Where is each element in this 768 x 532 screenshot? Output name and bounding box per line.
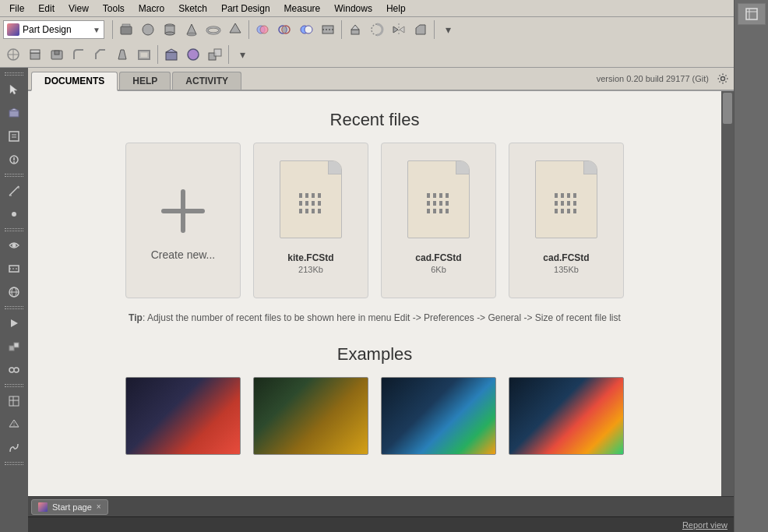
- recent-files-title: Recent files: [28, 110, 721, 130]
- tb2-clone-btn[interactable]: [205, 44, 225, 65]
- tb2-body-btn[interactable]: [183, 44, 203, 65]
- tb2-thickness-btn[interactable]: [134, 44, 154, 65]
- tb-torus-btn[interactable]: [203, 19, 224, 40]
- tab-help[interactable]: HELP: [119, 72, 171, 90]
- sidebar-spreadsheet-btn[interactable]: [3, 390, 25, 412]
- svg-marker-10: [230, 23, 241, 33]
- recent-file-2[interactable]: cad.FCStd 6Kb: [381, 143, 496, 298]
- report-view-link[interactable]: Report view: [682, 520, 727, 530]
- tab-documents[interactable]: DOCUMENTS: [31, 72, 118, 91]
- svg-point-5: [165, 32, 174, 35]
- tb2-draft-btn[interactable]: [112, 44, 132, 65]
- svg-point-53: [12, 244, 16, 248]
- create-new-card[interactable]: Create new...: [125, 143, 241, 298]
- svg-marker-59: [11, 319, 18, 327]
- workbench-dropdown-arrow: ▼: [93, 26, 100, 34]
- tb-cylinder-btn[interactable]: [160, 19, 180, 40]
- sidebar-drag-handle: [5, 72, 23, 76]
- tb-union-btn[interactable]: [252, 19, 273, 40]
- sidebar-assembly-btn[interactable]: [3, 336, 25, 358]
- menu-measure[interactable]: Measure: [278, 2, 327, 16]
- tb2-fillet-btn[interactable]: [69, 44, 89, 65]
- tip-content: : Adjust the number of recent files to b…: [143, 312, 621, 323]
- toolbar-separator-4: [434, 20, 435, 39]
- tb-subtract-btn[interactable]: [296, 19, 316, 40]
- workbench-selector[interactable]: Part Design ▼: [3, 20, 104, 39]
- sidebar-drag-handle-2: [5, 174, 23, 177]
- file-name-2: cad.FCStd: [415, 252, 461, 263]
- sidebar-texture-btn[interactable]: [3, 281, 25, 303]
- status-bar: Report view: [28, 516, 734, 532]
- tb-more-btn[interactable]: ▾: [438, 19, 458, 40]
- example-4[interactable]: [509, 377, 624, 455]
- create-new-label: Create new...: [151, 248, 216, 261]
- example-3[interactable]: [381, 377, 496, 455]
- tip-text: Tip: Adjust the number of recent files t…: [59, 311, 690, 326]
- tb-revolve-btn[interactable]: [367, 19, 387, 40]
- toolbox-btn-1[interactable]: [738, 3, 766, 25]
- example-1[interactable]: [125, 377, 241, 455]
- sidebar-drag-handle-5: [5, 384, 23, 387]
- svg-point-2: [143, 24, 153, 35]
- sidebar-pointer-btn[interactable]: [3, 79, 25, 100]
- start-page-tab[interactable]: Start page ×: [31, 499, 108, 515]
- menu-file[interactable]: File: [3, 2, 30, 16]
- tip-label: Tip: [129, 312, 143, 323]
- svg-point-7: [187, 33, 196, 36]
- tb2-more-btn[interactable]: ▾: [232, 44, 252, 65]
- recent-file-1[interactable]: kite.FCStd 213Kb: [253, 143, 368, 298]
- file-name-1: kite.FCStd: [287, 252, 333, 263]
- settings-gear-btn[interactable]: [715, 71, 731, 86]
- toolbar-area: Part Design ▼: [0, 17, 734, 68]
- sidebar-view-btn[interactable]: [3, 234, 25, 256]
- svg-rect-43: [9, 132, 19, 141]
- tab-activity[interactable]: ACTIVITY: [172, 72, 241, 90]
- tb-mirror-btn[interactable]: [389, 19, 409, 40]
- menu-windows[interactable]: Windows: [328, 2, 379, 16]
- sidebar-tasks-btn[interactable]: [3, 125, 25, 147]
- sidebar-properties-btn[interactable]: [3, 149, 25, 171]
- tb-chamfer-btn[interactable]: [410, 19, 431, 40]
- tb2-pocket-btn[interactable]: [47, 44, 67, 65]
- menu-help[interactable]: Help: [380, 2, 412, 16]
- right-scrollbar[interactable]: [721, 91, 734, 496]
- tb-intersect-btn[interactable]: [274, 19, 294, 40]
- menu-macro[interactable]: Macro: [132, 2, 171, 16]
- menu-part-design[interactable]: Part Design: [215, 2, 277, 16]
- tb-extrude-btn[interactable]: [345, 19, 365, 40]
- tb-prism-btn[interactable]: [225, 19, 245, 40]
- tb-sphere-btn[interactable]: [138, 19, 158, 40]
- example-2[interactable]: [253, 377, 368, 455]
- svg-rect-34: [140, 52, 148, 58]
- menu-sketch[interactable]: Sketch: [172, 2, 213, 16]
- sidebar-animate-btn[interactable]: [3, 312, 25, 334]
- tb2-pad-btn[interactable]: [25, 44, 45, 65]
- sidebar-model-btn[interactable]: [3, 102, 25, 124]
- start-page-tab-icon: [38, 502, 48, 512]
- sidebar-constraints-btn[interactable]: [3, 359, 25, 381]
- sidebar-section-btn[interactable]: [3, 258, 25, 280]
- svg-marker-22: [393, 26, 398, 33]
- tb2-part-btn[interactable]: [161, 44, 181, 65]
- sidebar-points-btn[interactable]: [3, 203, 25, 225]
- menu-view[interactable]: View: [62, 2, 95, 16]
- tb-box-btn[interactable]: [116, 19, 136, 40]
- scrollbar-thumb[interactable]: [723, 93, 732, 124]
- sidebar-fem-btn[interactable]: [3, 414, 25, 435]
- tb-section-btn[interactable]: [318, 19, 338, 40]
- examples-title: Examples: [28, 344, 721, 365]
- left-sidebar: [0, 68, 28, 532]
- svg-rect-74: [746, 9, 757, 19]
- menu-tools[interactable]: Tools: [97, 2, 131, 16]
- menu-edit[interactable]: Edit: [32, 2, 61, 16]
- toolbar-separator-3: [341, 20, 342, 39]
- svg-rect-29: [30, 50, 40, 53]
- sidebar-measure-btn[interactable]: [3, 180, 25, 202]
- files-grid: Create new...: [28, 143, 721, 298]
- tb-cone-btn[interactable]: [181, 19, 202, 40]
- start-page-tab-close[interactable]: ×: [97, 502, 101, 511]
- recent-file-3[interactable]: cad.FCStd 135Kb: [509, 143, 624, 298]
- sidebar-path-btn[interactable]: [3, 437, 25, 459]
- tb2-chamfer2-btn[interactable]: [90, 44, 111, 65]
- tb2-sketch-btn[interactable]: [3, 44, 23, 65]
